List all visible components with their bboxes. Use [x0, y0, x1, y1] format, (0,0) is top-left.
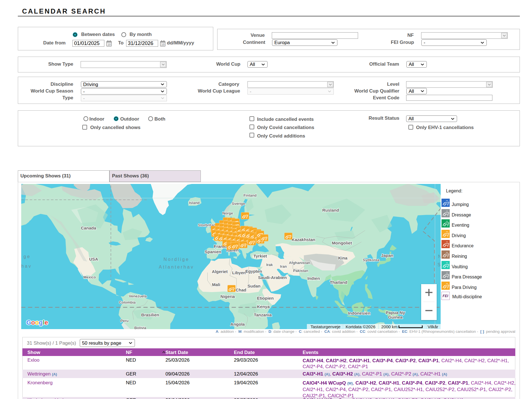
svg-text:Guinea: Guinea — [388, 315, 403, 319]
svg-text:Thailand: Thailand — [330, 280, 347, 285]
svg-text:Kenya: Kenya — [257, 304, 270, 309]
svg-text:Peru: Peru — [120, 319, 129, 323]
svg-text:hav: hav — [21, 264, 32, 269]
svg-text:Finland: Finland — [244, 193, 257, 198]
svg-text:N: N — [438, 254, 441, 259]
svg-text:Kazakhstan: Kazakhstan — [292, 237, 315, 242]
svg-text:Indonesien: Indonesien — [348, 311, 370, 316]
svg-text:Nordlige: Nordlige — [163, 257, 189, 262]
svg-text:Brasilien: Brasilien — [141, 312, 159, 317]
svg-text:S: S — [438, 262, 441, 267]
svg-text:Tanzania: Tanzania — [254, 312, 272, 317]
svg-text:Libyen: Libyen — [232, 270, 246, 275]
svg-text:Colombia: Colombia — [119, 300, 136, 304]
svg-text:Etiopien: Etiopien — [257, 296, 273, 301]
svg-text:Saudi-Arabien: Saudi-Arabien — [258, 275, 287, 280]
svg-text:Atlanterhav: Atlanterhav — [159, 265, 194, 269]
svg-text:Sverige: Sverige — [232, 201, 245, 206]
svg-text:Irak: Irak — [266, 263, 273, 267]
svg-text:Canada: Canada — [81, 226, 96, 230]
svg-text:Mali: Mali — [212, 282, 220, 287]
svg-text:Sudan: Sudan — [247, 284, 260, 288]
svg-text:Kina: Kina — [338, 256, 348, 260]
svg-text:Japan: Japan — [381, 253, 393, 258]
svg-text:Papua Ny: Papua Ny — [386, 310, 405, 315]
svg-text:Angola: Angola — [231, 322, 245, 327]
svg-text:Chad: Chad — [236, 288, 246, 292]
svg-text:Pakistan: Pakistan — [293, 269, 308, 273]
svg-text:Bolivia: Bolivia — [134, 326, 147, 329]
svg-text:Norge: Norge — [222, 211, 233, 215]
svg-text:USA: USA — [89, 257, 98, 261]
svg-text:Nigeria: Nigeria — [221, 294, 235, 299]
svg-text:Afghanistan: Afghanistan — [289, 261, 310, 265]
svg-text:10: 10 — [161, 43, 165, 46]
svg-text:Tyrkiet: Tyrkiet — [253, 254, 267, 258]
svg-text:Sydkorea: Sydkorea — [363, 258, 380, 262]
svg-text:Island: Island — [189, 201, 200, 205]
svg-text:Algeriet: Algeriet — [212, 269, 228, 274]
svg-text:Venezuela: Venezuela — [129, 294, 147, 298]
svg-text:Indien: Indien — [307, 276, 320, 281]
svg-text:Iran: Iran — [280, 264, 287, 269]
svg-text:Rusland: Rusland — [322, 208, 339, 213]
svg-text:Mongoliet: Mongoliet — [332, 241, 352, 245]
svg-text:Spanien: Spanien — [205, 249, 221, 254]
svg-text:Egypten: Egypten — [245, 269, 262, 274]
svg-text:Mexico: Mexico — [83, 275, 96, 279]
svg-text:ge: ge — [23, 254, 31, 259]
